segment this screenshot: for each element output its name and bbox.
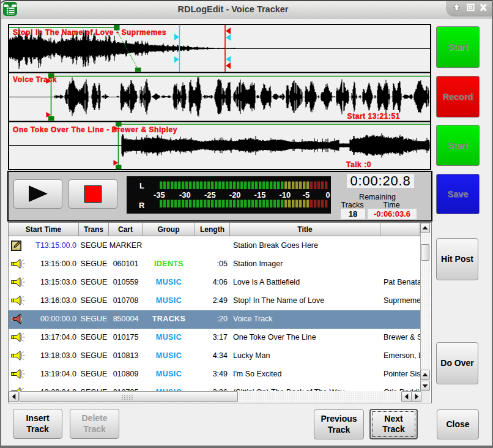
svg-text:-35: -35 (154, 190, 165, 200)
svg-text:-30: -30 (179, 190, 191, 200)
svg-text:L: L (139, 181, 144, 190)
svg-text:-20: -20 (229, 190, 241, 200)
svg-text:0: 0 (325, 190, 330, 200)
svg-text:-10: -10 (280, 190, 291, 200)
svg-text:-5: -5 (303, 190, 310, 200)
svg-text:-15: -15 (254, 190, 266, 200)
svg-text:-25: -25 (204, 190, 216, 200)
svg-text:R: R (139, 201, 145, 210)
